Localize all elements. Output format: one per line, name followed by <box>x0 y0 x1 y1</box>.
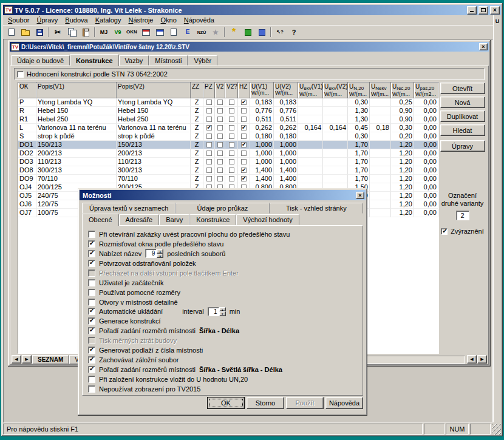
sheet-tab-seznam[interactable]: SEZNAM <box>32 355 69 364</box>
dialog-tab-konstrukce[interactable]: Konstrukce <box>189 214 236 225</box>
tab-vyber[interactable]: Výběr <box>188 55 217 66</box>
cell-checkbox[interactable] <box>206 168 212 173</box>
cell-checkbox[interactable] <box>241 168 247 173</box>
cell-checkbox[interactable] <box>241 176 247 181</box>
hscroll-left-button[interactable]: ◀ <box>467 355 477 364</box>
cell-checkbox[interactable] <box>241 159 247 164</box>
spinner-up-button[interactable]: ▴ <box>219 307 226 312</box>
cell-checkbox[interactable] <box>206 125 212 130</box>
side-button-upravy[interactable]: Úpravy <box>440 140 485 152</box>
column-header-uekv2[interactable]: Uekv(V2)W/(m... <box>323 83 348 98</box>
dialog-button-pouzit[interactable]: Použít <box>286 397 324 409</box>
column-header-u1[interactable]: U(V1)W/(m... <box>250 83 274 98</box>
table-row[interactable]: RHebel 150Hebel 150Z0,7760,7761,300,900,… <box>18 107 438 115</box>
okn-button[interactable]: OKN <box>125 26 138 38</box>
table-row[interactable]: DO1150/213150/213Z1,0001,0001,701,200,00 <box>18 141 438 149</box>
side-button-nova[interactable]: Nová <box>440 96 485 108</box>
table-row[interactable]: PYtong Lambda YQYtong Lambda YQZ0,1830,1… <box>18 98 438 107</box>
spinner[interactable]: 9▴▾ <box>145 249 163 258</box>
dialog-tab-adresare[interactable]: Adresáře <box>119 214 160 225</box>
cell-checkbox[interactable] <box>206 134 212 139</box>
menu-okno[interactable]: Okno <box>157 16 180 24</box>
document-close-button[interactable]: × <box>479 43 488 50</box>
cell-checkbox[interactable] <box>206 117 212 122</box>
column-header-v2c[interactable]: V2 <box>215 83 225 98</box>
option-checkbox[interactable] <box>88 327 95 334</box>
tab-vazby[interactable]: Vazby <box>119 55 149 66</box>
option-checkbox[interactable] <box>88 260 95 267</box>
dialog-tab-barvy[interactable]: Barvy <box>159 214 189 225</box>
option-checkbox[interactable] <box>88 250 95 257</box>
side-button-hledat[interactable]: Hledat <box>440 124 485 136</box>
context-help-button[interactable]: ↖? <box>273 26 287 38</box>
table-red-button[interactable] <box>139 26 152 38</box>
cell-checkbox[interactable] <box>217 176 223 181</box>
star-gray-button[interactable]: ★ <box>209 26 222 38</box>
cell-checkbox[interactable] <box>229 151 234 156</box>
open-folder-button[interactable] <box>19 26 32 38</box>
menu-upravy[interactable]: Úpravy <box>33 16 61 24</box>
dialog-tab-uprava-textu-v-seznamech[interactable]: Úprava textů v seznamech <box>82 203 175 214</box>
save-button[interactable] <box>33 26 46 38</box>
dialog-button-napoveda[interactable]: Nápověda <box>325 397 363 409</box>
star-yellow-button[interactable]: * <box>227 26 240 38</box>
cell-checkbox[interactable] <box>217 125 223 130</box>
cell-checkbox[interactable] <box>217 108 223 113</box>
column-header-v2q[interactable]: V2? <box>225 83 238 98</box>
column-header-ok[interactable]: OK <box>18 83 36 98</box>
cell-checkbox[interactable] <box>241 117 247 122</box>
sheet-scroll-left-button[interactable]: ◀ <box>12 355 21 364</box>
table-row[interactable]: R1Hebel 250Hebel 250Z0,5110,5111,300,900… <box>18 115 438 124</box>
menu-soubor[interactable]: Soubor <box>4 16 33 24</box>
option-checkbox[interactable] <box>88 366 95 373</box>
new-document-button[interactable] <box>5 26 18 38</box>
cell-checkbox[interactable] <box>217 159 223 164</box>
table-row[interactable]: LVarionova 11 na terénuVarionova 11 na t… <box>18 124 438 132</box>
cell-checkbox[interactable] <box>206 151 212 156</box>
spinner-up-button[interactable]: ▴ <box>157 249 163 254</box>
column-header-unekv[interactable]: UNekvW/(m... <box>370 83 391 98</box>
cell-checkbox[interactable] <box>206 159 212 164</box>
cell-checkbox[interactable] <box>241 100 247 105</box>
spinner-down-button[interactable]: ▾ <box>219 311 226 316</box>
column-header-uekv1[interactable]: Uekv(V1)W/(m... <box>298 83 323 98</box>
column-header-v1[interactable]: Popis(V1) <box>36 83 117 98</box>
dialog-tab-vychozi-hodnoty[interactable]: Výchozí hodnoty <box>236 214 299 225</box>
nzu-button[interactable]: NZÚ <box>195 26 208 38</box>
cell-checkbox[interactable] <box>229 168 234 173</box>
option-checkbox[interactable] <box>88 376 95 383</box>
table-row[interactable]: DO3110/213110/213Z1,0001,0001,701,200,00 <box>18 158 438 166</box>
copy-button[interactable] <box>65 26 78 38</box>
tab-udaje-o-budove[interactable]: Údaje o budově <box>11 55 70 66</box>
option-checkbox[interactable] <box>88 269 95 277</box>
cell-checkbox[interactable] <box>229 117 234 122</box>
dialog-tab-udaje-pro-prukaz[interactable]: Údaje pro průkaz <box>175 203 269 214</box>
cell-checkbox[interactable] <box>217 142 223 147</box>
cell-checkbox[interactable] <box>217 134 223 139</box>
menu-katalogy[interactable]: Katalogy <box>92 16 125 24</box>
stn-checkbox[interactable] <box>17 71 24 78</box>
spinner[interactable]: 1▴▾ <box>208 307 226 316</box>
menu-nastroje[interactable]: Nástroje <box>125 16 157 24</box>
document-list-button[interactable] <box>167 26 180 38</box>
cell-checkbox[interactable] <box>217 168 223 173</box>
cell-checkbox[interactable] <box>229 134 234 139</box>
option-checkbox[interactable] <box>88 299 95 306</box>
cell-checkbox[interactable] <box>206 142 212 147</box>
option-checkbox[interactable] <box>88 317 95 325</box>
cell-checkbox[interactable] <box>206 108 212 113</box>
table-row[interactable]: DO970/11070/110Z1,4001,4001,701,200,00 <box>18 175 438 183</box>
cell-checkbox[interactable] <box>206 100 212 105</box>
close-button[interactable]: × <box>490 6 500 15</box>
dialog-button-storno[interactable]: Storno <box>247 397 284 409</box>
hscroll-right-button[interactable]: ▶ <box>477 355 487 364</box>
column-header-hz[interactable]: HZ <box>238 83 250 98</box>
cell-checkbox[interactable] <box>217 117 223 122</box>
tab-mistnosti[interactable]: Místnosti <box>149 55 188 66</box>
table-row[interactable]: DO2200/213200/213Z1,0001,0001,701,200,00 <box>18 149 438 158</box>
dialog-tab-obecne[interactable]: Obecné <box>82 214 119 226</box>
option-checkbox[interactable] <box>88 356 95 364</box>
column-header-u2[interactable]: U(V2)W/(m... <box>274 83 298 98</box>
v9-button[interactable]: V9 <box>111 26 124 38</box>
units-mj-button[interactable]: MJ <box>97 26 111 38</box>
